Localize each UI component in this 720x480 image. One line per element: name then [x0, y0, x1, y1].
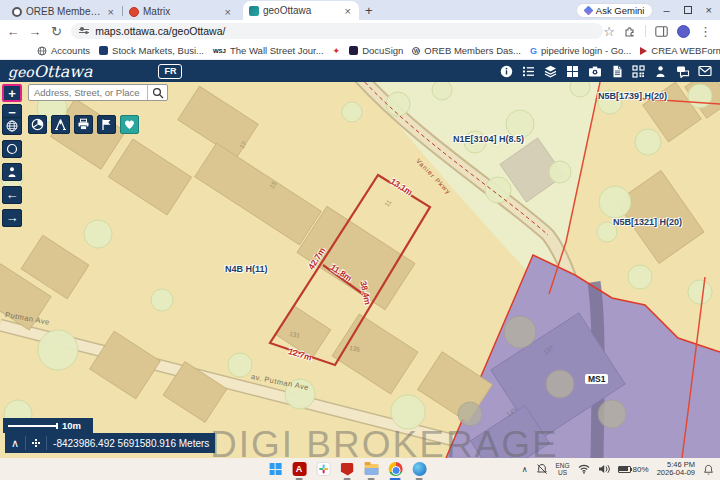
gemini-sparkle-icon: [583, 5, 593, 15]
new-tab-button[interactable]: +: [365, 3, 373, 18]
wifi-icon[interactable]: [578, 464, 590, 474]
qr-code-icon[interactable]: [631, 64, 646, 79]
oreb-favicon: [12, 7, 22, 17]
globe-extent-button[interactable]: [2, 117, 22, 135]
feedback-chat-icon[interactable]: [675, 64, 690, 79]
maple-leaf-favicon[interactable]: ✦: [333, 46, 341, 56]
extensions-icon[interactable]: [624, 25, 636, 37]
zone-label-ms1: MS1: [585, 374, 608, 384]
bookmark-crea-webforms[interactable]: CREA WEBForms®: [640, 45, 720, 56]
coordinates-readout: -8423986.492 5691580.916 Meters: [47, 438, 209, 449]
back-icon[interactable]: ←: [2, 24, 24, 39]
ask-gemini-button[interactable]: Ask Gemini: [576, 3, 654, 18]
address-bar[interactable]: maps.ottawa.ca/geoOttawa/: [71, 23, 603, 39]
tray-overflow-chevron[interactable]: ∧: [522, 465, 528, 474]
favourites-button[interactable]: [120, 115, 139, 134]
coordinate-bar: ∧ -8423986.492 5691580.916 Meters: [5, 433, 215, 453]
window-maximize-button[interactable]: [684, 6, 692, 14]
print-button[interactable]: [74, 115, 93, 134]
google-favicon: G: [530, 46, 537, 56]
browser-menu-icon[interactable]: ⋮: [699, 24, 712, 39]
bookmark-star-icon[interactable]: ☆: [603, 24, 615, 39]
site-settings-icon[interactable]: [79, 27, 89, 36]
taskbar-blue-app[interactable]: [411, 461, 428, 478]
scale-line: [8, 425, 58, 427]
start-button[interactable]: [267, 461, 284, 478]
windows-taskbar: A ∧ ENGUS 80% 5:46 PM2026-04-09: [0, 458, 720, 480]
bookmark-label: DocuSign: [362, 45, 403, 56]
battery-indicator[interactable]: 80%: [618, 465, 649, 474]
reload-icon[interactable]: ↻: [46, 24, 68, 39]
mail-icon[interactable]: [697, 64, 712, 79]
search-input[interactable]: [29, 87, 147, 98]
notification-bell-icon[interactable]: [703, 464, 714, 475]
apps-grid-icon[interactable]: [8, 46, 10, 55]
taskbar-file-explorer[interactable]: [363, 461, 380, 478]
browser-toolbar: ← → ↻ maps.ottawa.ca/geoOttawa/ ☆ ⋮: [0, 20, 720, 42]
window-minimize-button[interactable]: –: [663, 4, 669, 16]
search-button[interactable]: [147, 85, 167, 100]
zoom-in-button[interactable]: +: [2, 84, 22, 102]
geoottawa-header: geoOttawa FR: [0, 60, 720, 82]
language-indicator[interactable]: ENGUS: [556, 462, 570, 476]
imagery-toggle-button[interactable]: [28, 115, 47, 134]
side-panel-icon[interactable]: [655, 26, 668, 37]
forward-icon[interactable]: →: [24, 24, 46, 39]
basemap-grid-icon[interactable]: [565, 64, 580, 79]
window-close-button[interactable]: ×: [706, 4, 712, 16]
next-extent-button[interactable]: →: [2, 209, 22, 227]
legend-list-icon[interactable]: [521, 64, 536, 79]
tab-close-icon[interactable]: ×: [343, 5, 353, 17]
street-view-person-icon[interactable]: [653, 64, 668, 79]
bookmarks-bar: Accounts Stock Markets, Busi... WSJ The …: [0, 42, 720, 60]
taskbar-red-app[interactable]: [339, 461, 356, 478]
globe-icon: [37, 46, 47, 56]
tab-oreb-dashboard[interactable]: OREB Members Dashboard ×: [6, 3, 122, 20]
scale-bar: 10m: [3, 418, 93, 433]
bookmark-wsj[interactable]: WSJ The Wall Street Jour...: [213, 45, 324, 56]
heart-icon: [123, 118, 136, 131]
slack-icon: [316, 462, 330, 476]
previous-extent-button[interactable]: ←: [2, 186, 22, 204]
report-document-icon[interactable]: [609, 64, 624, 79]
bookmark-oreb-members[interactable]: W OREB Members Das...: [412, 45, 521, 56]
bookmark-label: The Wall Street Jour...: [230, 45, 324, 56]
street-view-button[interactable]: [2, 163, 22, 181]
bookmark-docusign[interactable]: DocuSign: [349, 45, 403, 56]
measure-tool-button[interactable]: [51, 115, 70, 134]
tab-geoottawa[interactable]: geoOttawa ×: [243, 1, 359, 20]
matrix-favicon: [129, 7, 139, 17]
stock-markets-favicon: [99, 46, 108, 55]
tab-close-icon[interactable]: ×: [106, 6, 116, 18]
notifications-off-icon[interactable]: [536, 463, 548, 475]
taskbar-slack[interactable]: [315, 461, 332, 478]
clock[interactable]: 5:46 PM2026-04-09: [657, 461, 695, 478]
flag-icon: [100, 118, 113, 131]
info-icon[interactable]: [499, 64, 514, 79]
tab-label: OREB Members Dashboard: [26, 6, 102, 17]
wordpress-favicon: W: [412, 47, 420, 55]
crosshair-icon[interactable]: [26, 436, 47, 450]
taskbar-chrome[interactable]: [387, 461, 404, 478]
tab-close-icon[interactable]: ×: [223, 6, 233, 18]
bookmark-pipedrive[interactable]: G pipedrive login - Go...: [530, 45, 631, 56]
bookmark-stock-markets[interactable]: Stock Markets, Busi...: [99, 45, 204, 56]
layers-icon[interactable]: [543, 64, 558, 79]
blue-app-icon: [412, 462, 426, 476]
volume-icon[interactable]: [598, 464, 610, 474]
tab-matrix[interactable]: Matrix ×: [123, 3, 239, 20]
map-canvas[interactable]: N4B H(11) N1E[3104] H(8.5) N5B[1739] H(2…: [0, 82, 720, 458]
draw-tool-button[interactable]: [97, 115, 116, 134]
search-box[interactable]: [28, 84, 168, 101]
language-toggle-button[interactable]: FR: [158, 64, 182, 79]
profile-avatar[interactable]: [677, 25, 690, 38]
taskbar-acrobat[interactable]: A: [291, 461, 308, 478]
printer-icon: [77, 118, 90, 131]
bookmark-accounts[interactable]: Accounts: [37, 45, 90, 56]
collapse-chevron-icon[interactable]: ∧: [5, 436, 26, 450]
camera-icon[interactable]: [587, 64, 602, 79]
chrome-icon: [388, 462, 402, 476]
locate-me-button[interactable]: [2, 140, 22, 158]
crea-favicon: [640, 47, 647, 55]
url-text[interactable]: maps.ottawa.ca/geoOttawa/: [95, 25, 225, 37]
